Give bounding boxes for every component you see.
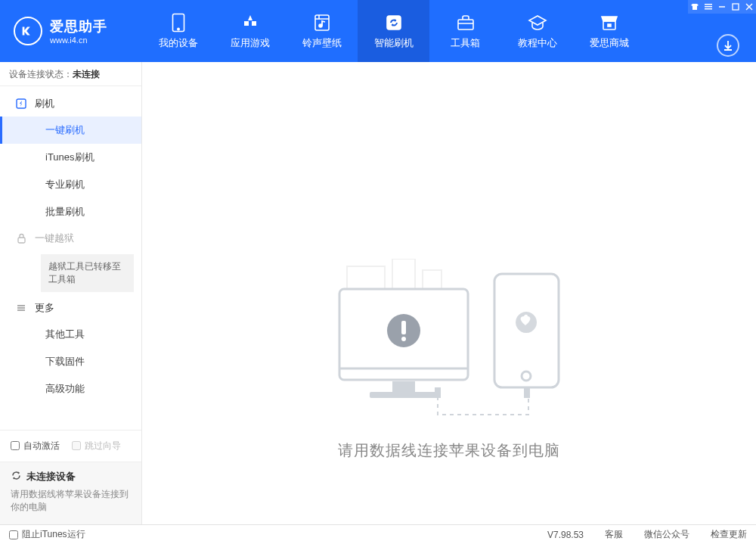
- lightning-icon: [15, 98, 27, 110]
- nav-ringtones[interactable]: 铃声壁纸: [286, 0, 358, 62]
- svg-rect-20: [347, 266, 385, 289]
- connection-status: 设备连接状态：未连接: [0, 62, 141, 86]
- brand-name: 爱思助手: [50, 17, 107, 36]
- nav-label: 我的设备: [159, 37, 198, 50]
- nav-smart-flash[interactable]: 智能刷机: [358, 0, 429, 62]
- maximize-button[interactable]: [729, 0, 742, 14]
- logo-block: 爱思助手 www.i4.cn: [0, 0, 142, 62]
- refresh-icon[interactable]: [11, 470, 22, 483]
- sidebar-group-more[interactable]: 更多: [0, 295, 141, 321]
- svg-rect-12: [733, 4, 739, 10]
- device-status-title: 未连接设备: [26, 470, 76, 483]
- jailbreak-note: 越狱工具已转移至工具箱: [41, 254, 134, 292]
- sidebar-item-advanced[interactable]: 高级功能: [0, 375, 141, 403]
- svg-rect-32: [435, 387, 441, 398]
- lock-icon: [15, 232, 27, 244]
- svg-rect-26: [370, 392, 438, 398]
- device-status-desc: 请用数据线将苹果设备连接到你的电脑: [11, 488, 131, 514]
- main-content: 请用数据线连接苹果设备到电脑: [142, 62, 756, 524]
- check-update-link[interactable]: 检查更新: [711, 528, 747, 541]
- sidebar-options: 自动激活 跳过向导: [0, 430, 141, 462]
- skin-button[interactable]: [688, 0, 702, 14]
- svg-rect-28: [401, 321, 406, 334]
- sidebar-device-status: 未连接设备 请用数据线将苹果设备连接到你的电脑: [0, 462, 141, 525]
- logo-icon: [14, 17, 42, 45]
- shop-icon: [600, 13, 619, 33]
- conn-label: 设备连接状态：: [9, 69, 73, 79]
- svg-rect-9: [705, 6, 712, 8]
- conn-value: 未连接: [73, 69, 100, 79]
- device-icon: [172, 13, 185, 33]
- education-icon: [527, 13, 548, 33]
- toolbox-icon: [456, 13, 476, 33]
- nav-label: 应用游戏: [231, 37, 270, 50]
- minimize-button[interactable]: [715, 0, 729, 14]
- checkbox-label: 跳过向导: [85, 440, 121, 452]
- window-controls: [688, 0, 756, 14]
- auto-activate-checkbox[interactable]: 自动激活: [11, 440, 60, 452]
- sidebar-item-download-firmware[interactable]: 下载固件: [0, 348, 141, 375]
- svg-point-1: [177, 28, 178, 30]
- svg-rect-22: [423, 270, 442, 289]
- sidebar-item-pro-flash[interactable]: 专业刷机: [0, 171, 141, 198]
- svg-rect-10: [705, 8, 712, 10]
- download-button[interactable]: [717, 34, 739, 57]
- brand-url: www.i4.cn: [50, 36, 107, 45]
- support-link[interactable]: 客服: [605, 528, 623, 541]
- connect-prompt: 请用数据线连接苹果设备到电脑: [142, 440, 756, 461]
- nav-label: 教程中心: [518, 37, 557, 50]
- nav-label: 智能刷机: [374, 37, 414, 50]
- version-label: V7.98.53: [547, 530, 584, 540]
- sidebar-group-flash[interactable]: 刷机: [0, 91, 141, 117]
- app-header: 爱思助手 www.i4.cn 我的设备 应用游戏 铃声壁纸 智能刷机 工具箱 教…: [0, 0, 756, 62]
- nav-tutorials[interactable]: 教程中心: [501, 0, 573, 62]
- nav-shop[interactable]: 爱思商城: [573, 0, 645, 62]
- sidebar-item-batch-flash[interactable]: 批量刷机: [0, 198, 141, 225]
- menu-button[interactable]: [702, 0, 715, 14]
- block-itunes-checkbox[interactable]: 阻止iTunes运行: [9, 528, 85, 541]
- svg-point-29: [401, 337, 406, 341]
- sidebar: 设备连接状态：未连接 刷机 一键刷机 iTunes刷机 专业刷机 批量刷机 一键…: [0, 62, 142, 524]
- checkbox-label: 自动激活: [23, 440, 60, 452]
- svg-rect-5: [458, 20, 473, 30]
- group-label: 更多: [35, 301, 54, 315]
- more-icon: [15, 302, 27, 314]
- wechat-link[interactable]: 微信公众号: [644, 528, 689, 541]
- status-bar: 阻止iTunes运行 V7.98.53 客服 微信公众号 检查更新: [0, 524, 756, 544]
- nav-my-device[interactable]: 我的设备: [142, 0, 214, 62]
- nav-label: 工具箱: [451, 37, 480, 50]
- svg-rect-25: [392, 381, 415, 392]
- nav-toolbox[interactable]: 工具箱: [429, 0, 501, 62]
- svg-rect-33: [524, 387, 530, 398]
- sidebar-item-other-tools[interactable]: 其他工具: [0, 321, 141, 348]
- close-button[interactable]: [742, 0, 756, 14]
- svg-rect-4: [387, 16, 401, 30]
- checkbox-label: 阻止iTunes运行: [22, 528, 85, 541]
- apps-icon: [240, 13, 260, 33]
- sidebar-item-onekey-flash[interactable]: 一键刷机: [0, 117, 141, 144]
- flash-icon: [385, 13, 403, 33]
- nav-apps[interactable]: 应用游戏: [214, 0, 286, 62]
- sidebar-group-jailbreak[interactable]: 一键越狱: [0, 225, 141, 251]
- svg-rect-7: [608, 24, 611, 26]
- connect-device-illustration: [324, 259, 574, 433]
- nav-label: 爱思商城: [590, 37, 629, 50]
- svg-rect-16: [18, 238, 25, 243]
- nav-label: 铃声壁纸: [302, 37, 342, 50]
- ringtone-icon: [313, 13, 331, 33]
- svg-rect-8: [705, 4, 712, 5]
- skip-guide-checkbox[interactable]: 跳过向导: [72, 440, 121, 452]
- sidebar-item-itunes-flash[interactable]: iTunes刷机: [0, 144, 141, 171]
- group-label: 一键越狱: [35, 232, 74, 245]
- svg-rect-21: [392, 259, 415, 289]
- group-label: 刷机: [35, 97, 54, 110]
- top-nav: 我的设备 应用游戏 铃声壁纸 智能刷机 工具箱 教程中心 爱思商城: [142, 0, 756, 62]
